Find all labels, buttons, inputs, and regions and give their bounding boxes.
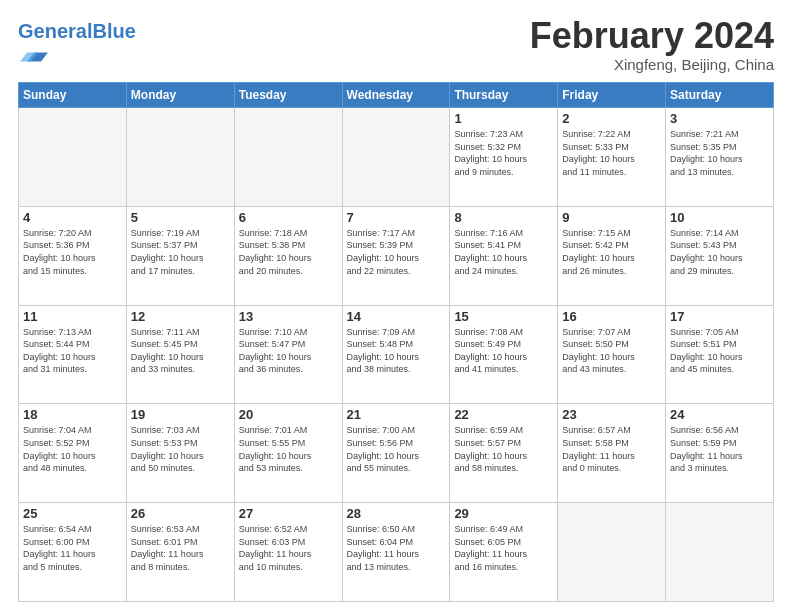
- day-number: 2: [562, 111, 661, 126]
- table-row: 9Sunrise: 7:15 AMSunset: 5:42 PMDaylight…: [558, 206, 666, 305]
- table-row: 25Sunrise: 6:54 AMSunset: 6:00 PMDayligh…: [19, 503, 127, 602]
- day-number: 15: [454, 309, 553, 324]
- day-info: Sunrise: 7:19 AMSunset: 5:37 PMDaylight:…: [131, 227, 230, 277]
- day-info: Sunrise: 7:09 AMSunset: 5:48 PMDaylight:…: [347, 326, 446, 376]
- table-row: 27Sunrise: 6:52 AMSunset: 6:03 PMDayligh…: [234, 503, 342, 602]
- col-tuesday: Tuesday: [234, 83, 342, 108]
- day-number: 21: [347, 407, 446, 422]
- day-info: Sunrise: 7:16 AMSunset: 5:41 PMDaylight:…: [454, 227, 553, 277]
- day-number: 3: [670, 111, 769, 126]
- day-info: Sunrise: 7:01 AMSunset: 5:55 PMDaylight:…: [239, 424, 338, 474]
- logo-blue: Blue: [92, 20, 135, 42]
- table-row: 22Sunrise: 6:59 AMSunset: 5:57 PMDayligh…: [450, 404, 558, 503]
- day-number: 23: [562, 407, 661, 422]
- title-block: February 2024 Xingfeng, Beijing, China: [530, 16, 774, 73]
- day-number: 26: [131, 506, 230, 521]
- day-info: Sunrise: 7:05 AMSunset: 5:51 PMDaylight:…: [670, 326, 769, 376]
- day-info: Sunrise: 7:08 AMSunset: 5:49 PMDaylight:…: [454, 326, 553, 376]
- day-number: 27: [239, 506, 338, 521]
- day-number: 11: [23, 309, 122, 324]
- table-row: [126, 108, 234, 207]
- table-row: 2Sunrise: 7:22 AMSunset: 5:33 PMDaylight…: [558, 108, 666, 207]
- day-info: Sunrise: 6:52 AMSunset: 6:03 PMDaylight:…: [239, 523, 338, 573]
- table-row: 20Sunrise: 7:01 AMSunset: 5:55 PMDayligh…: [234, 404, 342, 503]
- table-row: [234, 108, 342, 207]
- table-row: 21Sunrise: 7:00 AMSunset: 5:56 PMDayligh…: [342, 404, 450, 503]
- day-number: 16: [562, 309, 661, 324]
- logo-general: General: [18, 20, 92, 42]
- table-row: 14Sunrise: 7:09 AMSunset: 5:48 PMDayligh…: [342, 305, 450, 404]
- day-number: 19: [131, 407, 230, 422]
- day-info: Sunrise: 7:10 AMSunset: 5:47 PMDaylight:…: [239, 326, 338, 376]
- calendar-week-row: 25Sunrise: 6:54 AMSunset: 6:00 PMDayligh…: [19, 503, 774, 602]
- col-wednesday: Wednesday: [342, 83, 450, 108]
- day-number: 10: [670, 210, 769, 225]
- day-number: 17: [670, 309, 769, 324]
- calendar-week-row: 11Sunrise: 7:13 AMSunset: 5:44 PMDayligh…: [19, 305, 774, 404]
- table-row: 29Sunrise: 6:49 AMSunset: 6:05 PMDayligh…: [450, 503, 558, 602]
- table-row: 3Sunrise: 7:21 AMSunset: 5:35 PMDaylight…: [666, 108, 774, 207]
- table-row: 1Sunrise: 7:23 AMSunset: 5:32 PMDaylight…: [450, 108, 558, 207]
- day-number: 6: [239, 210, 338, 225]
- table-row: 19Sunrise: 7:03 AMSunset: 5:53 PMDayligh…: [126, 404, 234, 503]
- day-number: 25: [23, 506, 122, 521]
- day-number: 9: [562, 210, 661, 225]
- logo-text: GeneralBlue: [18, 20, 136, 42]
- calendar-week-row: 1Sunrise: 7:23 AMSunset: 5:32 PMDaylight…: [19, 108, 774, 207]
- day-info: Sunrise: 7:23 AMSunset: 5:32 PMDaylight:…: [454, 128, 553, 178]
- table-row: 23Sunrise: 6:57 AMSunset: 5:58 PMDayligh…: [558, 404, 666, 503]
- col-saturday: Saturday: [666, 83, 774, 108]
- day-info: Sunrise: 6:57 AMSunset: 5:58 PMDaylight:…: [562, 424, 661, 474]
- day-number: 24: [670, 407, 769, 422]
- table-row: 11Sunrise: 7:13 AMSunset: 5:44 PMDayligh…: [19, 305, 127, 404]
- col-sunday: Sunday: [19, 83, 127, 108]
- day-number: 8: [454, 210, 553, 225]
- table-row: 18Sunrise: 7:04 AMSunset: 5:52 PMDayligh…: [19, 404, 127, 503]
- day-number: 18: [23, 407, 122, 422]
- table-row: [666, 503, 774, 602]
- table-row: 13Sunrise: 7:10 AMSunset: 5:47 PMDayligh…: [234, 305, 342, 404]
- day-info: Sunrise: 7:18 AMSunset: 5:38 PMDaylight:…: [239, 227, 338, 277]
- day-info: Sunrise: 7:15 AMSunset: 5:42 PMDaylight:…: [562, 227, 661, 277]
- day-info: Sunrise: 6:59 AMSunset: 5:57 PMDaylight:…: [454, 424, 553, 474]
- day-number: 22: [454, 407, 553, 422]
- day-number: 14: [347, 309, 446, 324]
- logo-icon: [20, 42, 48, 70]
- day-info: Sunrise: 6:50 AMSunset: 6:04 PMDaylight:…: [347, 523, 446, 573]
- table-row: 5Sunrise: 7:19 AMSunset: 5:37 PMDaylight…: [126, 206, 234, 305]
- day-info: Sunrise: 7:13 AMSunset: 5:44 PMDaylight:…: [23, 326, 122, 376]
- day-number: 28: [347, 506, 446, 521]
- logo: GeneralBlue: [18, 20, 136, 74]
- table-row: 24Sunrise: 6:56 AMSunset: 5:59 PMDayligh…: [666, 404, 774, 503]
- calendar-table: Sunday Monday Tuesday Wednesday Thursday…: [18, 82, 774, 602]
- table-row: 10Sunrise: 7:14 AMSunset: 5:43 PMDayligh…: [666, 206, 774, 305]
- day-info: Sunrise: 7:03 AMSunset: 5:53 PMDaylight:…: [131, 424, 230, 474]
- calendar-week-row: 18Sunrise: 7:04 AMSunset: 5:52 PMDayligh…: [19, 404, 774, 503]
- day-info: Sunrise: 7:00 AMSunset: 5:56 PMDaylight:…: [347, 424, 446, 474]
- table-row: 16Sunrise: 7:07 AMSunset: 5:50 PMDayligh…: [558, 305, 666, 404]
- col-friday: Friday: [558, 83, 666, 108]
- day-number: 5: [131, 210, 230, 225]
- month-title: February 2024: [530, 16, 774, 56]
- table-row: 12Sunrise: 7:11 AMSunset: 5:45 PMDayligh…: [126, 305, 234, 404]
- day-info: Sunrise: 6:54 AMSunset: 6:00 PMDaylight:…: [23, 523, 122, 573]
- day-number: 1: [454, 111, 553, 126]
- day-number: 7: [347, 210, 446, 225]
- table-row: [342, 108, 450, 207]
- table-row: 28Sunrise: 6:50 AMSunset: 6:04 PMDayligh…: [342, 503, 450, 602]
- day-info: Sunrise: 7:04 AMSunset: 5:52 PMDaylight:…: [23, 424, 122, 474]
- table-row: 7Sunrise: 7:17 AMSunset: 5:39 PMDaylight…: [342, 206, 450, 305]
- table-row: 17Sunrise: 7:05 AMSunset: 5:51 PMDayligh…: [666, 305, 774, 404]
- day-info: Sunrise: 7:11 AMSunset: 5:45 PMDaylight:…: [131, 326, 230, 376]
- day-info: Sunrise: 6:49 AMSunset: 6:05 PMDaylight:…: [454, 523, 553, 573]
- location-subtitle: Xingfeng, Beijing, China: [530, 56, 774, 73]
- calendar-week-row: 4Sunrise: 7:20 AMSunset: 5:36 PMDaylight…: [19, 206, 774, 305]
- table-row: 26Sunrise: 6:53 AMSunset: 6:01 PMDayligh…: [126, 503, 234, 602]
- table-row: [19, 108, 127, 207]
- table-row: 8Sunrise: 7:16 AMSunset: 5:41 PMDaylight…: [450, 206, 558, 305]
- page: GeneralBlue February 2024 Xingfeng, Beij…: [0, 0, 792, 612]
- day-info: Sunrise: 7:17 AMSunset: 5:39 PMDaylight:…: [347, 227, 446, 277]
- header: GeneralBlue February 2024 Xingfeng, Beij…: [18, 16, 774, 74]
- table-row: [558, 503, 666, 602]
- table-row: 4Sunrise: 7:20 AMSunset: 5:36 PMDaylight…: [19, 206, 127, 305]
